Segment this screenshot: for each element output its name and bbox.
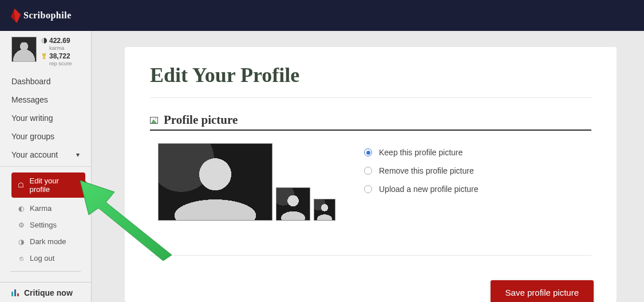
option-upload[interactable]: Upload a new profile picture xyxy=(364,180,591,198)
critique-now[interactable]: Critique now xyxy=(0,282,91,302)
subnav-settings[interactable]: ⚙ Settings xyxy=(0,217,91,233)
rep-label: rep score xyxy=(49,60,72,66)
subnav-dark-mode-label: Dark mode xyxy=(30,237,66,246)
profile-picture-large xyxy=(158,143,272,221)
option-remove-label: Remove this profile picture xyxy=(379,166,474,175)
top-bar: Scribophile xyxy=(0,0,644,31)
save-profile-picture-button[interactable]: Save profile picture xyxy=(491,280,594,302)
subnav-karma[interactable]: ◐ Karma xyxy=(0,200,91,217)
radio-unchecked[interactable] xyxy=(364,185,372,193)
option-remove[interactable]: Remove this profile picture xyxy=(364,162,591,180)
main-content: Edit Your Profile Profile picture Keep t… xyxy=(92,31,644,302)
option-upload-label: Upload a new profile picture xyxy=(379,185,479,194)
option-keep-label: Keep this profile picture xyxy=(379,148,463,157)
image-icon xyxy=(150,117,158,124)
profile-picture-small xyxy=(314,199,335,221)
content-panel: Edit Your Profile Profile picture Keep t… xyxy=(125,47,617,302)
profile-summary[interactable]: 422.69 karma 38,722 rep score xyxy=(0,31,91,70)
quill-icon xyxy=(11,8,21,22)
profile-picture-previews xyxy=(150,143,335,221)
nav-your-account[interactable]: Your account ▾ xyxy=(0,146,91,164)
brand-logo[interactable]: Scribophile xyxy=(11,10,72,21)
avatar[interactable] xyxy=(11,37,37,62)
yin-yang-icon xyxy=(41,38,47,44)
account-submenu: ☖ Edit your profile ◐ Karma ⚙ Settings ◑… xyxy=(0,166,91,266)
logout-icon: ⎋ xyxy=(17,254,25,262)
radio-unchecked[interactable] xyxy=(364,167,372,175)
profile-picture-medium xyxy=(276,187,310,221)
main-nav: Dashboard Messages Your writing Your gro… xyxy=(0,70,91,166)
bar-chart-icon xyxy=(11,289,19,296)
subnav-edit-profile-label: Edit your profile xyxy=(30,177,80,194)
karma-label: karma xyxy=(49,45,72,51)
nav-your-groups[interactable]: Your groups xyxy=(0,127,91,146)
radio-checked[interactable] xyxy=(364,148,372,156)
divider xyxy=(150,255,591,256)
critique-now-label: Critique now xyxy=(24,288,73,297)
yin-yang-icon: ◐ xyxy=(17,205,25,213)
nav-dashboard[interactable]: Dashboard xyxy=(0,72,91,91)
subnav-karma-label: Karma xyxy=(30,204,52,213)
user-stats: 422.69 karma 38,722 rep score xyxy=(41,37,72,66)
brand-name: Scribophile xyxy=(23,10,72,21)
gear-icon: ⚙ xyxy=(17,221,25,229)
chevron-down-icon: ▾ xyxy=(76,151,80,159)
nav-your-writing[interactable]: Your writing xyxy=(0,109,91,127)
picture-options: Keep this profile picture Remove this pr… xyxy=(364,143,591,221)
section-header: Profile picture xyxy=(150,113,591,131)
karma-value: 422.69 xyxy=(49,37,70,45)
page-title: Edit Your Profile xyxy=(150,63,591,87)
subnav-dark-mode[interactable]: ◑ Dark mode xyxy=(0,233,91,250)
option-keep[interactable]: Keep this profile picture xyxy=(364,143,591,162)
nav-your-account-label: Your account xyxy=(11,150,58,159)
subnav-edit-profile[interactable]: ☖ Edit your profile xyxy=(11,172,85,198)
toggle-icon: ◑ xyxy=(17,238,25,246)
trophy-icon xyxy=(41,53,47,59)
subnav-settings-label: Settings xyxy=(30,221,57,229)
rep-value: 38,722 xyxy=(49,52,70,60)
section-title: Profile picture xyxy=(164,113,238,127)
divider xyxy=(10,271,81,272)
sidebar: 422.69 karma 38,722 rep score Dashboard … xyxy=(0,31,92,302)
subnav-logout[interactable]: ⎋ Log out xyxy=(0,250,91,266)
divider xyxy=(150,97,591,98)
nav-messages[interactable]: Messages xyxy=(0,91,91,109)
subnav-logout-label: Log out xyxy=(30,254,54,262)
id-card-icon: ☖ xyxy=(17,181,25,189)
